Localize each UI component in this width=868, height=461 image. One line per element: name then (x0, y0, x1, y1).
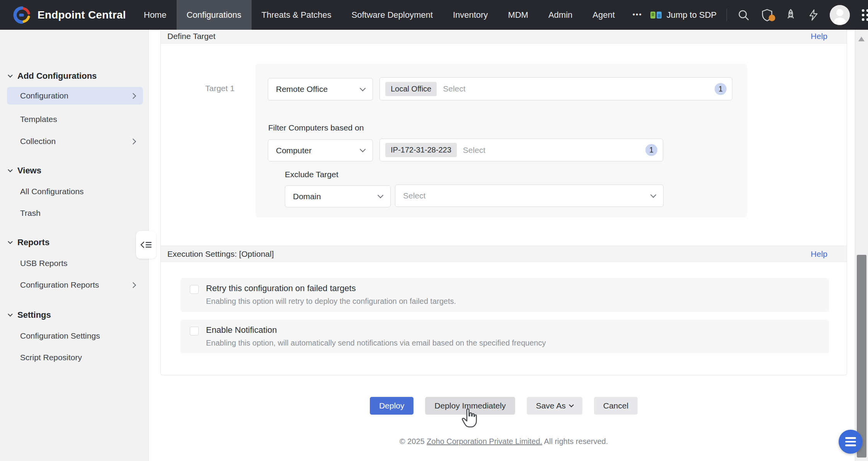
enable-notification-checkbox[interactable] (190, 327, 199, 336)
exclude-select-placeholder: Select (403, 191, 425, 200)
exclude-type-dropdown[interactable]: Domain (285, 185, 391, 207)
nav-item-threats-patches[interactable]: Threats & Patches (252, 0, 342, 30)
endpoint-central-logo-icon (13, 6, 31, 24)
scrollbar-thumb[interactable] (857, 255, 866, 458)
nav-item-mdm[interactable]: MDM (498, 0, 538, 30)
target-1-label: Target 1 (205, 84, 244, 93)
filter-type-dropdown[interactable]: Computer (268, 139, 373, 161)
rocket-icon[interactable] (784, 8, 797, 22)
target-chip-local-office[interactable]: Local Office (385, 82, 437, 96)
chevron-down-icon (569, 402, 574, 407)
retry-option-description: Enabling this option will retry to deplo… (206, 297, 456, 306)
brand[interactable]: Endpoint Central (0, 6, 134, 24)
sidebar-item-label: Collection (20, 137, 56, 146)
target-select-input[interactable]: Local Office Select 1 (380, 77, 732, 100)
filter-select-input[interactable]: IP-172-31-28-223 Select 1 (380, 139, 663, 161)
nav-menu: Home Configurations Threats & Patches So… (134, 0, 650, 30)
avatar[interactable] (830, 5, 850, 25)
execution-settings-title: Execution Settings: [Optional] (167, 249, 274, 259)
chevron-right-icon (130, 282, 136, 288)
zoho-corporation-link[interactable]: Zoho Corporation Private Limited. (427, 437, 542, 446)
brand-title: Endpoint Central (37, 9, 126, 21)
target-select-placeholder: Select (443, 84, 465, 93)
retry-checkbox[interactable] (190, 285, 199, 294)
chevron-down-icon (360, 146, 366, 153)
nav-item-configurations[interactable]: Configurations (177, 0, 252, 30)
nav-item-home[interactable]: Home (134, 0, 177, 30)
jump-to-sdp-button[interactable]: Jump to SDP (650, 10, 717, 20)
bolt-icon[interactable] (807, 9, 820, 21)
sidebar-item-all-configurations[interactable]: All Configurations (7, 183, 143, 200)
exclude-target-label: Exclude Target (285, 170, 339, 179)
sidebar-item-collection[interactable]: Collection (7, 132, 143, 150)
sidebar-item-label: Trash (20, 208, 41, 218)
section-title: Views (17, 166, 41, 176)
action-buttons: Deploy Deploy Immediately Save As Cancel (160, 397, 847, 415)
filter-select-placeholder: Select (463, 146, 485, 155)
copyright-prefix: © 2025 (400, 437, 427, 446)
sidebar-item-configuration[interactable]: Configuration (7, 87, 143, 105)
jump-to-sdp-label: Jump to SDP (667, 10, 717, 20)
sidebar-item-label: Configuration (20, 91, 68, 100)
chevron-down-icon (8, 312, 13, 317)
target-type-dropdown[interactable]: Remote Office (268, 78, 373, 100)
cancel-button[interactable]: Cancel (594, 397, 638, 415)
filter-count-badge[interactable]: 1 (645, 144, 657, 156)
sidebar-item-label: Script Repository (20, 353, 82, 362)
filter-type-value: Computer (276, 146, 311, 155)
floating-menu-button[interactable] (839, 430, 863, 454)
sidebar-item-script-repository[interactable]: Script Repository (7, 349, 143, 366)
apps-grid-icon[interactable] (860, 7, 868, 23)
sidebar-item-label: Configuration Settings (20, 331, 100, 341)
search-icon[interactable] (737, 8, 750, 22)
chevron-down-icon (8, 73, 13, 78)
sidebar-item-configuration-reports[interactable]: Configuration Reports (7, 276, 143, 294)
exclude-select-dropdown[interactable]: Select (395, 185, 664, 207)
nav-item-admin[interactable]: Admin (538, 0, 582, 30)
nav-divider (727, 9, 727, 21)
save-as-button[interactable]: Save As (527, 397, 582, 415)
sidebar-item-templates[interactable]: Templates (7, 110, 143, 128)
navbar-right: Jump to SDP (650, 5, 868, 25)
retry-option-row: Retry this configuration on failed targe… (180, 278, 829, 312)
chevron-right-icon (130, 138, 136, 144)
sidebar-section-views[interactable]: Views (9, 166, 41, 176)
sidebar-section-add-configurations[interactable]: Add Configurations (9, 71, 97, 81)
nav-item-software-deployment[interactable]: Software Deployment (342, 0, 443, 30)
target-type-value: Remote Office (276, 85, 328, 94)
section-title: Reports (17, 237, 49, 247)
deploy-button[interactable]: Deploy (370, 397, 414, 415)
sidebar-section-settings[interactable]: Settings (9, 310, 51, 320)
sidebar-item-label: Configuration Reports (20, 280, 99, 290)
copyright-footer: © 2025 Zoho Corporation Private Limited.… (160, 437, 847, 446)
chevron-down-icon (8, 167, 13, 172)
chevron-down-icon (360, 85, 366, 91)
sidebar-item-label: USB Reports (20, 259, 68, 268)
execution-settings-bar: Execution Settings: [Optional] Help (161, 246, 847, 262)
scrollbar-up-arrow[interactable] (858, 37, 865, 41)
chevron-down-icon (650, 192, 657, 198)
nav-item-inventory[interactable]: Inventory (443, 0, 498, 30)
sidebar-item-trash[interactable]: Trash (7, 204, 143, 222)
retry-option-label: Retry this configuration on failed targe… (206, 283, 356, 293)
shield-icon[interactable] (760, 8, 774, 22)
filter-chip-computer[interactable]: IP-172-31-28-223 (385, 143, 457, 157)
nav-item-agent[interactable]: Agent (582, 0, 625, 30)
sidebar-section-reports[interactable]: Reports (9, 237, 49, 247)
sidebar-item-usb-reports[interactable]: USB Reports (7, 254, 143, 272)
sdp-logo-icon (650, 10, 662, 20)
exclude-type-value: Domain (293, 192, 321, 201)
define-target-title: Define Target (167, 32, 216, 41)
copyright-suffix: All rights reserved. (542, 437, 608, 446)
sidebar: Add Configurations Configuration Templat… (0, 30, 149, 461)
chevron-right-icon (130, 93, 136, 99)
define-target-help-link[interactable]: Help (811, 32, 827, 41)
sidebar-item-label: All Configurations (20, 187, 84, 196)
deploy-immediately-button[interactable]: Deploy Immediately (425, 397, 515, 415)
sidebar-collapse-button[interactable] (136, 231, 156, 259)
sidebar-item-configuration-settings[interactable]: Configuration Settings (7, 327, 143, 345)
execution-settings-help-link[interactable]: Help (811, 249, 827, 259)
nav-overflow-menu[interactable]: ••• (625, 0, 650, 30)
target-count-badge[interactable]: 1 (715, 83, 727, 95)
section-title: Add Configurations (17, 71, 97, 81)
